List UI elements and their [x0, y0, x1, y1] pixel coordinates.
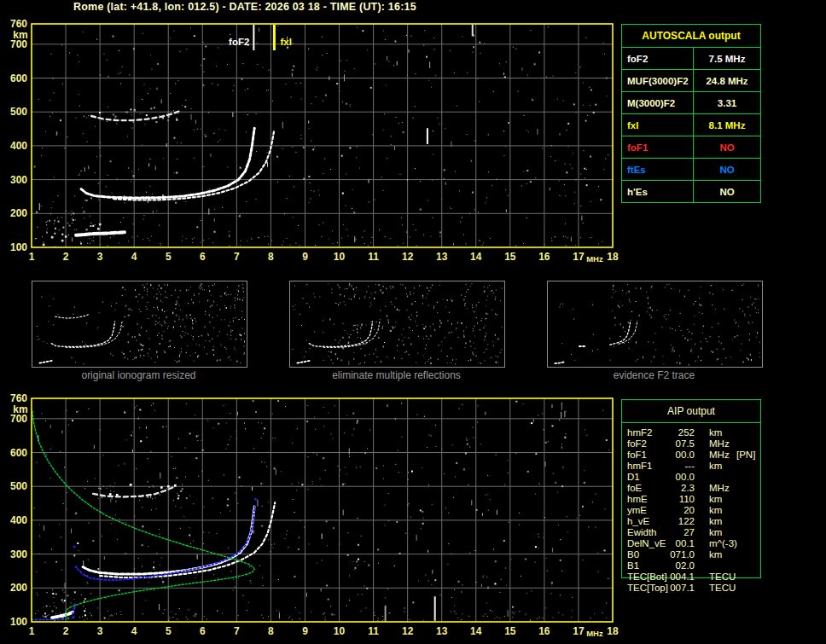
thumbnail-canvas: [548, 281, 762, 367]
parameter-value: 20: [652, 505, 695, 516]
parameter-value: 004.1: [652, 571, 695, 583]
parameter-unit: km: [709, 516, 722, 527]
table-row: foF1 NO: [622, 136, 760, 158]
parameter-value: 00.0: [652, 450, 695, 461]
parameter-value: 24.8 MHz: [694, 70, 760, 91]
aip-parameter-row: Ewidth 27 km: [621, 527, 761, 538]
svg-text:5: 5: [166, 625, 172, 637]
parameter-label: M(3000)F2: [622, 92, 694, 113]
svg-text:600: 600: [10, 447, 27, 459]
autoscala-output-table: AUTOSCALA output foF2 7.5 MHz MUF(3000)F…: [621, 24, 761, 203]
svg-text:17: 17: [573, 625, 585, 637]
parameter-unit: m^(-3): [709, 538, 737, 549]
parameter-value: NO: [694, 181, 760, 202]
table-row: M(3000)F2 3.31: [622, 91, 760, 113]
aip-parameter-row: h_vE 122 km: [621, 516, 761, 527]
parameter-label: foF2: [622, 48, 694, 69]
aip-parameter-row: B1 02.0: [621, 560, 761, 571]
parameter-label: hmF2: [627, 427, 652, 438]
aip-parameter-row: foE 2.3 MHz: [621, 483, 761, 494]
autoscala-table-body: foF2 7.5 MHz MUF(3000)F2 24.8 MHz M(3000…: [622, 48, 760, 202]
svg-text:6: 6: [200, 625, 206, 637]
svg-text:5: 5: [166, 251, 172, 263]
parameter-label: MUF(3000)F2: [622, 70, 694, 91]
parameter-unit: km: [709, 505, 722, 516]
parameter-label: fxI: [622, 114, 694, 136]
parameter-unit: MHz: [709, 450, 730, 461]
parameter-value: 27: [652, 527, 695, 538]
svg-text:16: 16: [538, 625, 550, 637]
thumbnail-caption: original ionogram resized: [31, 369, 247, 381]
svg-text:300: 300: [10, 548, 27, 560]
svg-text:4: 4: [131, 625, 137, 637]
parameter-label: foE: [627, 483, 642, 494]
svg-text:300: 300: [10, 174, 27, 186]
parameter-value: 7.5 MHz: [694, 48, 760, 69]
svg-text:9: 9: [302, 625, 308, 637]
table-row: MUF(3000)F2 24.8 MHz: [622, 69, 760, 91]
aip-parameter-row: hmF2 252 km: [621, 427, 761, 438]
parameter-unit: TECU: [709, 583, 736, 594]
svg-text:500: 500: [10, 480, 27, 492]
svg-text:11: 11: [368, 625, 379, 637]
thumbnail-caption: evidence F2 trace: [546, 369, 762, 381]
aip-parameter-row: B0 071.0 km: [621, 549, 761, 560]
parameter-unit: km: [709, 527, 722, 538]
table-row: ftEs NO: [622, 158, 760, 180]
thumbnail-evidence-f2: [547, 281, 763, 368]
svg-text:760: 760: [10, 18, 27, 30]
svg-text:11: 11: [368, 251, 379, 263]
parameter-value: NO: [694, 159, 760, 180]
svg-text:600: 600: [10, 73, 27, 84]
thumbnail-caption: eliminate multiple reflections: [288, 369, 504, 381]
thumbnail-canvas: [32, 281, 247, 367]
parameter-value: 00.1: [652, 538, 695, 549]
parameter-unit: km: [709, 494, 722, 505]
svg-text:13: 13: [436, 251, 448, 263]
parameter-label: hmF1: [627, 461, 652, 472]
svg-text:MHz: MHz: [586, 629, 603, 638]
svg-text:400: 400: [10, 514, 27, 526]
parameter-unit: km: [709, 461, 722, 472]
svg-text:3: 3: [97, 251, 103, 263]
aip-parameter-row: foF2 07.5 MHz: [621, 438, 761, 450]
parameter-value: 122: [652, 516, 695, 527]
aip-panel-header: AIP output: [622, 400, 760, 423]
aip-parameter-row: ymE 20 km: [621, 505, 761, 516]
svg-text:400: 400: [10, 140, 27, 152]
svg-text:km: km: [13, 403, 27, 415]
svg-text:18: 18: [607, 251, 619, 263]
svg-text:760: 760: [10, 392, 27, 404]
parameter-value: 8.1 MHz: [694, 114, 760, 136]
parameter-value: 110: [652, 494, 695, 505]
autoscala-table-header: AUTOSCALA output: [622, 25, 760, 48]
parameter-unit: km: [709, 549, 722, 560]
aip-parameter-row: DelN_vE 00.1 m^(-3): [621, 538, 761, 549]
station-date-title: Rome (lat: +41.8, lon: 012.5) - DATE: 20…: [73, 1, 416, 13]
profile-ionogram-plot: 100200300400500600700760km12345678910111…: [0, 391, 623, 644]
parameter-unit: MHz: [709, 438, 730, 450]
parameter-label: B0: [627, 549, 639, 560]
svg-text:100: 100: [10, 241, 27, 253]
aip-parameter-row: TEC[Bot] 004.1 TECU: [621, 571, 761, 583]
svg-text:18: 18: [607, 625, 619, 637]
svg-text:2: 2: [63, 625, 69, 637]
svg-text:foF2: foF2: [229, 37, 249, 47]
svg-text:16: 16: [538, 251, 550, 263]
svg-text:12: 12: [402, 251, 414, 263]
svg-text:1: 1: [29, 625, 35, 637]
thumbnail-eliminate-reflections: [289, 281, 505, 368]
top-ionogram-plot: foF2fxI100200300400500600700760km1234567…: [0, 15, 623, 271]
svg-text:14: 14: [470, 251, 482, 263]
parameter-label: ftEs: [622, 159, 694, 180]
svg-text:7: 7: [234, 251, 240, 263]
svg-text:8: 8: [268, 625, 274, 637]
svg-text:200: 200: [10, 582, 27, 594]
svg-text:4: 4: [131, 251, 137, 263]
parameter-value: ---: [652, 461, 695, 472]
svg-text:MHz: MHz: [586, 254, 603, 264]
svg-text:9: 9: [302, 251, 308, 263]
aip-parameter-row: D1 00.0: [621, 472, 761, 483]
parameter-value: NO: [694, 136, 760, 158]
svg-text:15: 15: [504, 625, 516, 637]
